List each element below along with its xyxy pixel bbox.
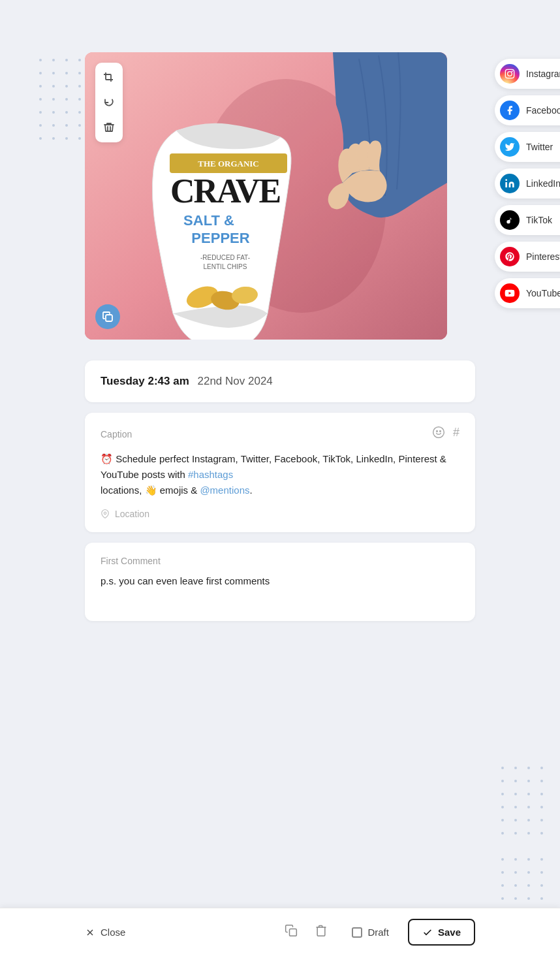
social-pill-linkedin[interactable]: LinkedIn [495,168,560,199]
caption-label: Caption [101,429,132,439]
trash-button[interactable] [312,921,330,943]
linkedin-label: LinkedIn [526,178,560,189]
linkedin-icon [500,174,520,193]
svg-text:CRAVE: CRAVE [170,172,281,210]
bottom-action-icons [282,921,330,943]
twitter-label: Twitter [526,142,553,152]
pinterest-label: Pinterest [526,251,560,262]
image-toolbar [95,63,123,142]
image-section: THE ORGANIC CRAVE SALT & PEPPER -REDUCED… [85,52,475,340]
caption-body[interactable]: ⏰ Schedule perfect Instagram, Twitter, F… [101,451,459,498]
close-icon [85,927,95,938]
caption-text-end: . [249,485,252,496]
svg-point-14 [508,72,512,76]
caption-text-mid: locations, 👋 emojis & [101,485,200,496]
social-pill-tiktok[interactable]: TikTok [495,205,560,235]
dot-grid-bottomright2: (function() { const grid = document.quer… [501,858,547,904]
twitter-icon [500,137,520,157]
social-platforms-list: Instagram Facebook Twitter [495,59,560,308]
close-button[interactable]: Close [85,927,125,938]
datetime-display: Tuesday 2:43 am 22nd Nov 2024 [101,375,459,388]
youtube-icon [500,283,520,303]
location-row[interactable]: Location [101,509,459,519]
rotate-button[interactable] [99,93,119,112]
facebook-icon [500,101,520,120]
svg-text:SALT &: SALT & [183,212,234,229]
crop-button[interactable] [99,68,119,88]
checkmark-icon [422,927,433,938]
first-comment-card: First Comment p.s. you can even leave fi… [85,543,475,621]
caption-hashtag: #hashtags [188,469,233,480]
social-pill-pinterest[interactable]: Pinterest [495,242,560,272]
instagram-icon [500,64,520,84]
save-label: Save [438,927,461,938]
svg-text:THE ORGANIC: THE ORGANIC [198,159,259,168]
copy-image-button[interactable] [95,304,120,329]
svg-point-21 [104,512,106,515]
close-label: Close [101,927,125,938]
image-card: THE ORGANIC CRAVE SALT & PEPPER -REDUCED… [85,52,447,340]
emoji-button[interactable] [432,426,445,442]
location-placeholder: Location [115,509,149,519]
social-pill-twitter[interactable]: Twitter [495,132,560,162]
caption-card: Caption # ⏰ Schedule perfect Instagram, … [85,413,475,532]
social-pill-instagram[interactable]: Instagram [495,59,560,89]
svg-text:PEPPER: PEPPER [191,230,249,246]
svg-rect-12 [106,315,112,321]
svg-point-15 [512,71,513,72]
caption-actions: # [432,426,459,442]
image-background: THE ORGANIC CRAVE SALT & PEPPER -REDUCED… [85,52,447,340]
first-comment-text[interactable]: p.s. you can even leave first comments [101,575,459,586]
draft-checkbox [352,927,362,938]
svg-point-19 [437,431,438,432]
pinterest-icon [500,247,520,266]
duplicate-button[interactable] [282,921,300,943]
save-button[interactable]: Save [408,919,475,946]
caption-header: Caption # [101,426,459,442]
youtube-label: YouTube [526,288,560,298]
bottom-toolbar: Close Draft Save [0,908,560,956]
facebook-label: Facebook [526,105,560,116]
first-comment-label: First Comment [101,556,459,566]
datetime-card: Tuesday 2:43 am 22nd Nov 2024 [85,360,475,402]
svg-point-18 [433,427,444,438]
location-icon [101,509,110,518]
delete-button[interactable] [99,118,119,137]
tiktok-label: TikTok [526,215,552,225]
svg-rect-13 [505,69,514,78]
draft-button[interactable]: Draft [343,921,397,944]
caption-text-plain: ⏰ Schedule perfect Instagram, Twitter, F… [101,453,446,480]
instagram-label: Instagram [526,69,560,79]
datetime-light: 22nd Nov 2024 [198,375,273,387]
datetime-bold: Tuesday 2:43 am [101,375,189,387]
dot-grid-bottomright: (function() { const grid = document.quer… [501,767,547,838]
draft-label: Draft [367,927,389,938]
caption-mention: @mentions [200,485,249,496]
social-pill-facebook[interactable]: Facebook [495,95,560,125]
social-pill-youtube[interactable]: YouTube [495,278,560,308]
svg-text:-REDUCED FAT-: -REDUCED FAT- [200,254,250,261]
svg-text:LENTIL CHIPS: LENTIL CHIPS [204,263,247,270]
tiktok-icon [500,210,520,230]
svg-point-20 [440,431,441,432]
svg-point-16 [505,179,507,181]
hashtag-button[interactable]: # [453,426,459,442]
svg-rect-24 [290,929,297,936]
